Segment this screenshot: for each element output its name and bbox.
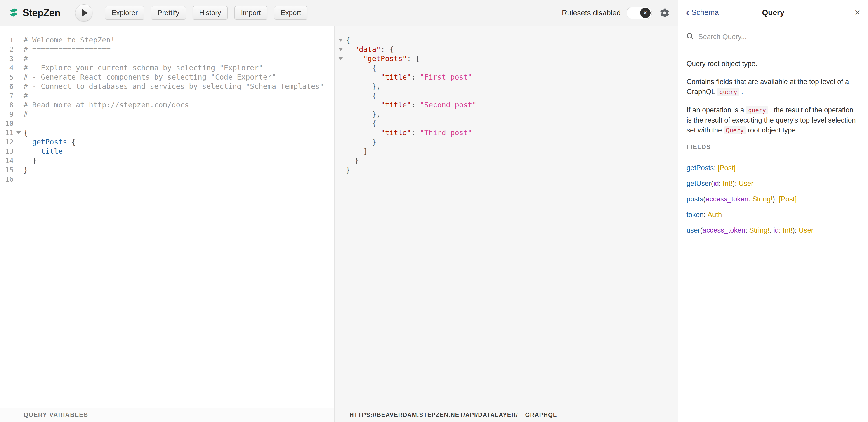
token-field[interactable]: posts bbox=[686, 195, 703, 203]
token-type[interactable]: Int! bbox=[723, 179, 733, 188]
gutter-cell bbox=[13, 63, 24, 72]
token-punct: { bbox=[24, 128, 28, 137]
gutter-cell bbox=[336, 72, 346, 82]
docs-search-input[interactable] bbox=[698, 33, 838, 41]
gutter-cell bbox=[336, 128, 346, 138]
gutter-cell bbox=[13, 91, 24, 100]
token-comment: # bbox=[24, 91, 28, 100]
docs-close-icon[interactable]: × bbox=[855, 8, 860, 17]
token-type[interactable]: User bbox=[799, 226, 813, 234]
token-string: "Third post" bbox=[420, 128, 472, 137]
query-editor[interactable]: 1# Welcome to StepZen!2# ===============… bbox=[0, 26, 334, 184]
code-line: "title": "First post" bbox=[335, 72, 678, 82]
gutter-cell bbox=[13, 72, 24, 82]
app-window: StepZen ExplorerPrettifyHistoryImportExp… bbox=[0, 0, 868, 422]
token-type[interactable]: User bbox=[739, 179, 753, 188]
token-punct: { bbox=[346, 36, 350, 44]
token-comment: # - Generate React components by selecti… bbox=[24, 73, 276, 81]
query-variables-bar[interactable]: QUERY VARIABLES bbox=[0, 408, 334, 422]
code-text: # - Explore your current schema by selec… bbox=[24, 63, 263, 72]
token-type[interactable]: Auth bbox=[708, 211, 722, 219]
toolbar-button-prettify[interactable]: Prettify bbox=[151, 6, 186, 20]
line-number: 13 bbox=[0, 147, 13, 156]
code-text: { bbox=[346, 91, 376, 100]
topbar-right: Rulesets disabled × bbox=[562, 6, 670, 19]
query-editor-pane: 1# Welcome to StepZen!2# ===============… bbox=[0, 26, 335, 422]
code-text: }, bbox=[346, 110, 381, 119]
toolbar-button-import[interactable]: Import bbox=[235, 6, 268, 20]
code-text: # bbox=[24, 54, 28, 63]
token-plain: ): bbox=[793, 226, 799, 234]
gutter-cell bbox=[336, 165, 346, 175]
execute-query-button[interactable] bbox=[75, 4, 92, 22]
fold-toggle-icon[interactable] bbox=[338, 48, 343, 51]
gutter-cell bbox=[13, 165, 24, 175]
token-type[interactable]: String! bbox=[749, 226, 770, 234]
token-comment: # - Connect to databases and services by… bbox=[24, 82, 324, 91]
docs-text: Contains fields that are available at th… bbox=[686, 78, 849, 96]
docs-back-link[interactable]: ‹ Schema bbox=[686, 8, 719, 17]
token-type[interactable]: [Post] bbox=[718, 164, 736, 172]
play-icon bbox=[82, 9, 88, 17]
token-punct: : [ bbox=[407, 54, 420, 63]
token-punct: }, bbox=[346, 82, 381, 91]
token-arg: id bbox=[713, 179, 719, 188]
line-number: 15 bbox=[0, 165, 13, 175]
fold-toggle-icon[interactable] bbox=[16, 131, 21, 134]
docs-header: ‹ Schema Query × bbox=[678, 0, 868, 25]
gutter-cell bbox=[13, 82, 24, 91]
line-number: 9 bbox=[0, 110, 13, 119]
docs-text: If an operation is a bbox=[686, 106, 744, 114]
line-number: 10 bbox=[0, 119, 13, 128]
code-text: { bbox=[346, 63, 376, 72]
token-comment: # bbox=[24, 110, 28, 118]
gutter-cell bbox=[13, 45, 24, 54]
token-field[interactable]: getPosts bbox=[686, 164, 714, 172]
gutter-cell bbox=[13, 54, 24, 63]
line-number: 12 bbox=[0, 138, 13, 147]
code-line: 14 } bbox=[0, 156, 334, 165]
token-string: "Second post" bbox=[420, 100, 476, 109]
docs-paragraph: If an operation is aquery, the result of… bbox=[686, 105, 860, 135]
doc-field-row: token: Auth bbox=[686, 207, 860, 222]
code-line: 3# bbox=[0, 54, 334, 63]
code-line: }, bbox=[335, 110, 678, 119]
code-text: "title": "Second post" bbox=[346, 100, 476, 110]
docs-fields-list: getPosts: [Post]getUser(id: Int!): Userp… bbox=[686, 160, 860, 238]
code-line: } bbox=[335, 165, 678, 175]
token-field[interactable]: getUser bbox=[686, 179, 711, 188]
gutter-cell bbox=[13, 119, 24, 128]
code-text: "getPosts": [ bbox=[346, 54, 420, 63]
token-plain: : bbox=[719, 179, 723, 188]
code-line: "title": "Third post" bbox=[335, 128, 678, 138]
token-field: title bbox=[41, 147, 63, 155]
toolbar-button-history[interactable]: History bbox=[193, 6, 227, 20]
fold-toggle-icon[interactable] bbox=[338, 39, 343, 41]
code-text: ] bbox=[346, 147, 368, 156]
token-punct: : bbox=[411, 73, 420, 81]
gutter-cell bbox=[336, 110, 346, 119]
token-key: "title" bbox=[381, 128, 411, 137]
code-text: # bbox=[24, 110, 28, 119]
token-field[interactable]: token bbox=[686, 211, 704, 219]
line-number: 14 bbox=[0, 156, 13, 165]
toolbar-button-export[interactable]: Export bbox=[274, 6, 308, 20]
token-field[interactable]: user bbox=[686, 226, 700, 234]
token-type[interactable]: [Post] bbox=[779, 195, 797, 203]
token-comment: # ================== bbox=[24, 45, 111, 54]
token-punct: { bbox=[346, 119, 376, 128]
code-text: } bbox=[24, 165, 28, 175]
token-plain: : bbox=[779, 226, 782, 234]
fold-toggle-icon[interactable] bbox=[338, 57, 343, 60]
token-type[interactable]: String! bbox=[752, 195, 773, 203]
toggle-knob-x-icon: × bbox=[640, 8, 651, 18]
rulesets-toggle[interactable]: × bbox=[627, 6, 652, 19]
stepzen-logo-icon bbox=[8, 7, 20, 19]
toolbar-button-explorer[interactable]: Explorer bbox=[105, 6, 144, 20]
settings-gear-icon[interactable] bbox=[659, 8, 670, 18]
token-plain bbox=[24, 147, 41, 155]
token-plain bbox=[346, 73, 381, 81]
token-type[interactable]: Int! bbox=[783, 226, 793, 234]
chevron-left-icon: ‹ bbox=[686, 9, 689, 16]
line-number: 3 bbox=[0, 54, 13, 63]
